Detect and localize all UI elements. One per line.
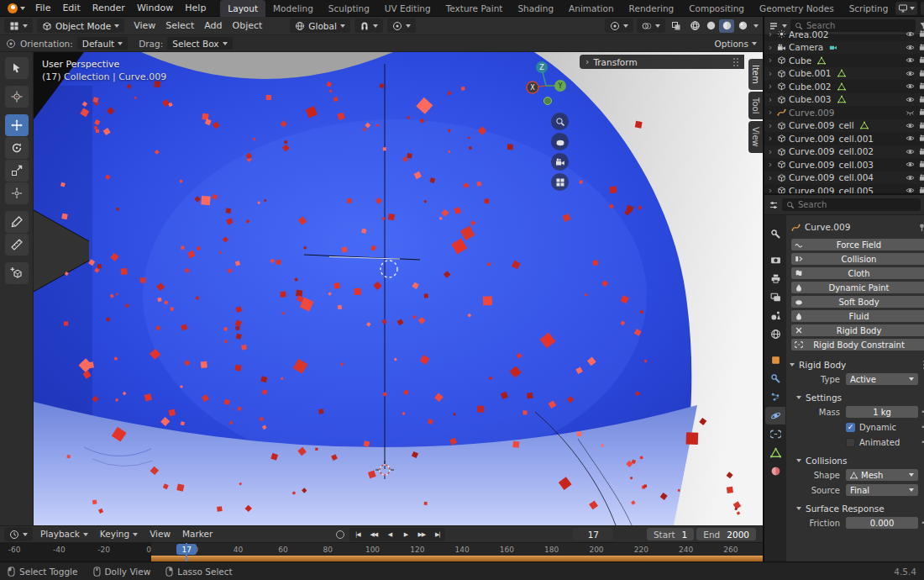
breadcrumb-object-name[interactable]: Curve.009 — [805, 222, 850, 232]
properties-search[interactable] — [782, 198, 921, 211]
shading-solid-button[interactable] — [703, 19, 718, 33]
animated-checkbox[interactable] — [846, 438, 855, 447]
render-visibility-icon[interactable] — [919, 121, 924, 130]
scene-selector[interactable]: Scene × — [921, 2, 924, 15]
outliner-row-curve-009-cell-005[interactable]: ›Curve.009_cell.005 — [764, 184, 924, 193]
physics-button-collision[interactable]: Collision — [791, 253, 924, 265]
render-visibility-icon[interactable] — [919, 147, 924, 156]
auto-keying-toggle[interactable] — [336, 530, 344, 539]
render-visibility-icon[interactable] — [919, 173, 924, 182]
options-dropdown[interactable]: Options — [714, 39, 757, 49]
render-visibility-icon[interactable] — [919, 95, 924, 104]
zoom-button[interactable] — [551, 113, 569, 130]
physics-button-cloth[interactable]: Cloth — [791, 267, 924, 279]
mass-field[interactable]: 1 kg — [846, 406, 918, 418]
render-visibility-icon[interactable] — [919, 55, 924, 65]
expand-icon[interactable]: › — [769, 82, 774, 91]
eye-icon[interactable] — [906, 69, 915, 78]
shading-wireframe-button[interactable] — [687, 19, 702, 33]
render-visibility-icon[interactable] — [919, 82, 924, 91]
type-dropdown[interactable]: Active — [846, 373, 918, 385]
animate-dot[interactable]: • — [918, 438, 924, 446]
workspace-tab-scripting[interactable]: Scripting — [842, 0, 896, 17]
expand-icon[interactable]: › — [769, 29, 774, 39]
camera-view-button[interactable] — [551, 153, 569, 171]
outliner-row-curve-009[interactable]: ›Curve.009 — [764, 106, 924, 119]
axis-negative-handle[interactable] — [544, 98, 552, 105]
overlays-dropdown[interactable] — [637, 18, 665, 33]
object-name[interactable]: Curve.009_cell.005 — [789, 186, 874, 193]
tool-cursor[interactable] — [5, 86, 29, 108]
gizmos-dropdown[interactable] — [605, 18, 633, 33]
physics-button-fluid[interactable]: Fluid — [791, 310, 924, 322]
outliner-row-camera[interactable]: ›Camera — [764, 41, 924, 55]
object-name[interactable]: Cube.002 — [789, 82, 832, 92]
workspace-tab-rendering[interactable]: Rendering — [622, 0, 682, 17]
physics-button-rigid-body-constraint[interactable]: Rigid Body Constraint — [791, 339, 924, 351]
eye-icon[interactable] — [906, 29, 915, 39]
tool-move[interactable] — [5, 114, 29, 136]
render-visibility-icon[interactable] — [919, 160, 924, 169]
playhead-label[interactable]: 17 — [176, 544, 197, 555]
mode-dropdown[interactable]: Object Mode — [37, 18, 124, 33]
panel-drag-handle[interactable] — [733, 61, 735, 63]
object-name[interactable]: Curve.009_cell.004 — [789, 172, 874, 182]
properties-tab-tool[interactable] — [765, 225, 785, 243]
shading-material-preview-button[interactable] — [719, 19, 734, 33]
snap-toggle[interactable] — [354, 18, 383, 33]
dynamic-checkbox[interactable]: ✓ — [846, 423, 855, 432]
menu-help[interactable]: Help — [179, 0, 212, 16]
collisions-section-header[interactable]: Collisions — [796, 454, 924, 467]
properties-search-input[interactable] — [798, 200, 916, 209]
sidebar-tab-item[interactable]: Item — [748, 59, 763, 90]
properties-tab-output[interactable] — [765, 270, 785, 287]
eye-icon[interactable] — [906, 160, 915, 169]
expand-icon[interactable]: › — [769, 95, 774, 104]
object-name[interactable]: Curve.009_cell.003 — [789, 160, 874, 170]
outliner-row-area-002[interactable]: ›Area.002 — [764, 28, 924, 41]
outliner-row-curve-009-cell[interactable]: ›Curve.009_cell — [764, 119, 924, 133]
outliner-row-curve-009-cell-003[interactable]: ›Curve.009_cell.003 — [764, 158, 924, 171]
transform-orientation-dropdown[interactable]: Global — [290, 18, 350, 33]
viewport-menu-add[interactable]: Add — [199, 18, 227, 34]
expand-icon[interactable]: › — [769, 43, 774, 52]
display-settings-button[interactable] — [895, 2, 917, 15]
workspace-tab-modeling[interactable]: Modeling — [265, 0, 321, 17]
3d-viewport[interactable]: User Perspective (17) Collection | Curve… — [34, 52, 763, 525]
eye-icon[interactable] — [906, 55, 915, 65]
xray-toggle[interactable] — [669, 19, 684, 33]
object-name[interactable]: Camera — [789, 42, 823, 52]
eye-icon[interactable] — [906, 147, 915, 156]
editor-type-button[interactable] — [4, 18, 33, 33]
drag-dropdown[interactable]: Select Box — [167, 37, 232, 50]
workspace-tab-geometry-nodes[interactable]: Geometry Nodes — [752, 0, 842, 17]
animate-dot[interactable]: • — [918, 519, 924, 527]
tool-rotate[interactable] — [5, 137, 29, 159]
properties-tab-object[interactable] — [765, 351, 785, 369]
object-name[interactable]: Area.002 — [789, 29, 829, 40]
object-name[interactable]: Curve.009_cell — [789, 120, 854, 130]
expand-icon[interactable]: › — [769, 186, 774, 193]
expand-icon[interactable]: › — [769, 134, 774, 143]
render-visibility-icon[interactable] — [919, 134, 924, 143]
play-button[interactable]: ▶ — [397, 528, 413, 541]
expand-icon[interactable]: › — [769, 69, 774, 78]
expand-icon[interactable]: › — [769, 55, 774, 65]
sidebar-tab-tool[interactable]: Tool — [748, 92, 763, 119]
outliner-row-curve-009-cell-002[interactable]: ›Curve.009_cell.002 — [764, 145, 924, 159]
expand-icon[interactable]: › — [769, 121, 774, 130]
workspace-tab-layout[interactable]: Layout — [220, 0, 265, 17]
object-name[interactable]: Curve.009_cell.002 — [789, 146, 874, 156]
properties-tab-world[interactable] — [765, 325, 785, 343]
workspace-tab-sculpting[interactable]: Sculpting — [321, 0, 377, 17]
workspace-tab-uv-editing[interactable]: UV Editing — [377, 0, 438, 17]
eye-icon[interactable] — [906, 173, 915, 182]
properties-tab-constraints[interactable] — [765, 425, 785, 443]
properties-editor-type-button[interactable] — [769, 200, 779, 210]
animate-dot[interactable]: • — [918, 423, 924, 431]
outliner-row-cube-003[interactable]: ›Cube.003 — [764, 93, 924, 107]
object-name[interactable]: Curve.009 — [789, 108, 834, 118]
jump-to-end-button[interactable]: ▶| — [429, 528, 445, 541]
play-reverse-button[interactable]: ◀ — [381, 528, 397, 541]
animate-dot[interactable]: • — [918, 408, 924, 416]
